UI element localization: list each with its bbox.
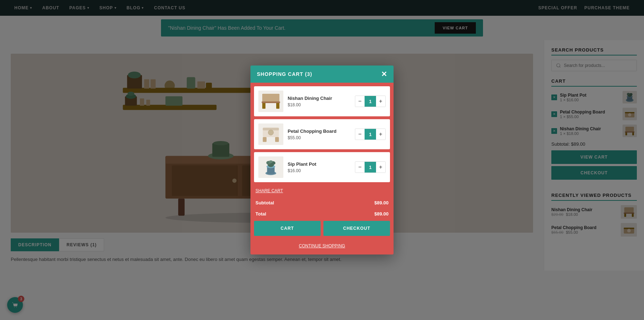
modal-title: SHOPPING CART (3) <box>257 71 312 77</box>
modal-item-1-price: $18.00 <box>288 102 351 107</box>
qty-increase-2[interactable]: + <box>376 129 385 140</box>
modal-checkout-button[interactable]: CHECKOUT <box>323 221 390 236</box>
modal-item-1-image <box>258 91 283 112</box>
qty-increase-1[interactable]: + <box>376 96 385 107</box>
subtotal-label: Subtotal <box>255 200 274 205</box>
svg-point-77 <box>269 160 273 163</box>
qty-input-1[interactable] <box>365 96 376 107</box>
qty-decrease-1[interactable]: − <box>355 96 365 107</box>
subtotal-row: Subtotal $89.00 <box>254 199 390 207</box>
chopping-board-image <box>260 125 282 143</box>
modal-cart-item-1: Nishan Dining Chair $18.00 − + <box>254 86 390 116</box>
modal-item-2-name: Petal Chopping Board <box>288 129 351 134</box>
svg-point-70 <box>268 130 274 135</box>
qty-decrease-2[interactable]: − <box>355 129 365 140</box>
modal-item-1-name: Nishan Dining Chair <box>288 96 351 101</box>
share-cart-row: SHARE CART <box>254 185 390 196</box>
svg-rect-69 <box>275 137 279 142</box>
modal-item-1-info: Nishan Dining Chair $18.00 <box>288 96 351 107</box>
subtotal-value: $89.00 <box>374 200 389 205</box>
qty-decrease-3[interactable]: − <box>355 162 365 173</box>
modal-item-2-image <box>258 123 283 145</box>
modal-item-3-image <box>258 156 283 178</box>
plant-pot-image <box>260 158 282 176</box>
qty-increase-3[interactable]: + <box>376 162 385 173</box>
modal-close-button[interactable]: ✕ <box>381 71 387 78</box>
modal-item-3-price: $16.00 <box>288 168 351 173</box>
modal-item-3-qty-control: − + <box>355 161 386 173</box>
modal-item-1-qty-control: − + <box>355 96 386 107</box>
total-row: Total $89.00 <box>254 210 390 218</box>
modal-cart-button[interactable]: CART <box>254 221 321 236</box>
svg-rect-62 <box>262 94 279 102</box>
qty-input-2[interactable] <box>365 129 376 140</box>
total-label: Total <box>255 211 266 217</box>
continue-shopping-link[interactable]: CONTINUE SHOPPING <box>299 243 345 248</box>
modal-item-2-price: $55.00 <box>288 135 351 140</box>
continue-shopping-row: CONTINUE SHOPPING <box>254 240 390 251</box>
modal-cart-item-2: Petal Chopping Board $55.00 − + <box>254 119 390 149</box>
modal-body: Nishan Dining Chair $18.00 − + <box>250 83 394 254</box>
share-cart-link[interactable]: SHARE CART <box>255 188 283 193</box>
total-value: $89.00 <box>374 211 389 217</box>
svg-rect-65 <box>262 101 280 103</box>
svg-rect-68 <box>263 137 267 142</box>
qty-input-3[interactable] <box>365 162 376 173</box>
modal-header: SHOPPING CART (3) ✕ <box>250 66 394 83</box>
shopping-cart-modal: SHOPPING CART (3) ✕ Nishan Dining Chair … <box>250 66 394 254</box>
modal-item-2-info: Petal Chopping Board $55.00 <box>288 129 351 140</box>
modal-item-2-qty-control: − + <box>355 129 386 140</box>
dining-chair-image <box>260 92 282 110</box>
modal-action-buttons: CART CHECKOUT <box>254 221 390 237</box>
modal-item-3-info: Sip Plant Pot $16.00 <box>288 161 351 173</box>
modal-item-3-name: Sip Plant Pot <box>288 161 351 167</box>
modal-cart-item-3: Sip Plant Pot $16.00 − + <box>254 152 390 182</box>
